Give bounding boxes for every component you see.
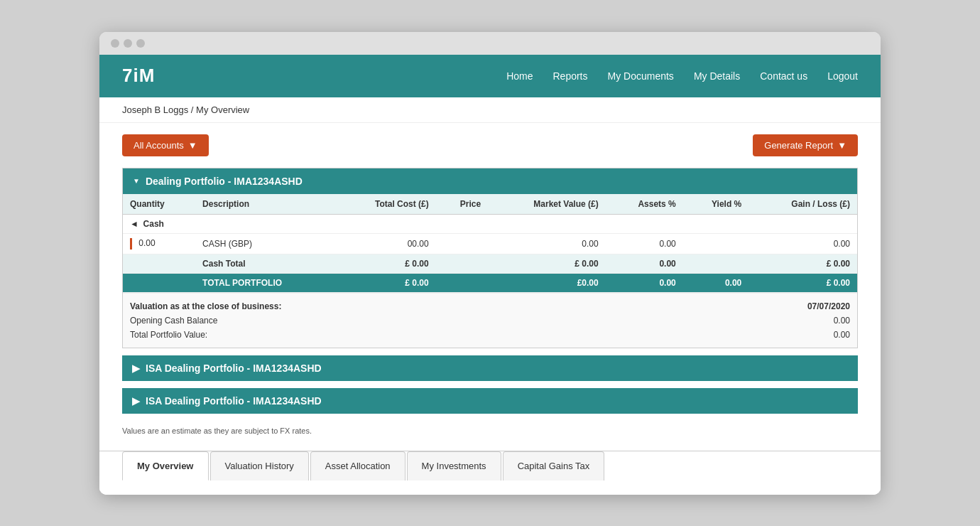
total-portfolio-value-row: Total Portfolio Value: 0.00	[130, 328, 850, 342]
tab-capital-gains-tax[interactable]: Capital Gains Tax	[503, 451, 605, 481]
cash-total-assets: 0.00	[606, 254, 683, 273]
portfolio-3-arrow: ▶	[132, 395, 140, 407]
total-portfolio-value: 0.00	[834, 330, 850, 340]
tab-my-investments[interactable]: My Investments	[407, 451, 501, 481]
opening-cash-label: Opening Cash Balance	[130, 316, 217, 326]
valuation-date-row: Valuation as at the close of business: 0…	[130, 299, 850, 313]
cash-group-row: ◄ Cash	[123, 214, 857, 233]
all-accounts-button[interactable]: All Accounts ▼	[122, 134, 209, 156]
toolbar: All Accounts ▼ Generate Report ▼	[122, 134, 858, 156]
nav-logout[interactable]: Logout	[827, 70, 858, 82]
fx-note: Values are an estimate as they are subje…	[122, 421, 858, 444]
col-total-cost: Total Cost (£)	[334, 194, 435, 215]
cash-assets: 0.00	[606, 233, 683, 254]
col-yield: Yield %	[683, 194, 749, 215]
main-content: All Accounts ▼ Generate Report ▼ ▼ Deali…	[99, 123, 881, 444]
cash-total-market-value: £ 0.00	[488, 254, 606, 273]
cash-total-cost: £ 0.00	[334, 254, 435, 273]
nav-reports[interactable]: Reports	[552, 70, 587, 82]
cash-description: CASH (GBP)	[195, 233, 334, 254]
cash-indicator	[130, 238, 132, 249]
breadcrumb-separator: /	[191, 104, 196, 115]
generate-report-button[interactable]: Generate Report ▼	[753, 134, 858, 156]
all-accounts-label: All Accounts	[134, 140, 184, 151]
total-portfolio-label: TOTAL PORTFOLIO	[195, 273, 334, 292]
tab-asset-allocation[interactable]: Asset Allocation	[310, 451, 405, 481]
portfolio-2-title: ISA Dealing Portfolio - IMA1234ASHD	[146, 363, 322, 374]
nav-my-documents[interactable]: My Documents	[608, 70, 674, 82]
valuation-info: Valuation as at the close of business: 0…	[123, 293, 857, 348]
col-description: Description	[195, 194, 334, 215]
logo: 7iM	[122, 65, 155, 87]
breadcrumb-user[interactable]: Joseph B Loggs	[122, 104, 188, 115]
total-portfolio-yield: 0.00	[683, 273, 749, 292]
col-assets: Assets %	[606, 194, 683, 215]
breadcrumb: Joseph B Loggs / My Overview	[99, 97, 881, 123]
breadcrumb-page: My Overview	[196, 104, 249, 115]
total-portfolio-gain-loss: £ 0.00	[748, 273, 857, 292]
bottom-tabs: My Overview Valuation History Asset Allo…	[99, 451, 881, 481]
tab-valuation-history[interactable]: Valuation History	[210, 451, 309, 481]
opening-cash-row: Opening Cash Balance 0.00	[130, 313, 850, 328]
portfolio-1-table: Quantity Description Total Cost (£) Pric…	[123, 194, 857, 293]
nav-my-details[interactable]: My Details	[694, 70, 740, 82]
cash-data-row: 0.00 CASH (GBP) 00.00 0.00 0.00 0.00	[123, 233, 857, 254]
generate-report-arrow: ▼	[837, 140, 846, 151]
portfolio-1-header[interactable]: ▼ Dealing Portfolio - IMA1234ASHD	[123, 168, 857, 194]
portfolio-2-header[interactable]: ▶ ISA Dealing Portfolio - IMA1234ASHD	[122, 355, 858, 381]
browser-dot-2	[124, 39, 132, 48]
total-portfolio-value-label: Total Portfolio Value:	[130, 330, 207, 340]
total-portfolio-market-value: £0.00	[488, 273, 606, 292]
valuation-label: Valuation as at the close of business:	[130, 301, 281, 311]
cash-total-cost: 00.00	[334, 233, 435, 254]
nav-links: Home Reports My Documents My Details Con…	[506, 70, 858, 82]
cash-total-row: Cash Total £ 0.00 £ 0.00 0.00 £ 0.00	[123, 254, 857, 273]
total-portfolio-assets: 0.00	[606, 273, 683, 292]
tab-my-overview[interactable]: My Overview	[122, 451, 209, 481]
cash-total-label: Cash Total	[195, 254, 334, 273]
cash-price	[436, 233, 488, 254]
valuation-date: 07/07/2020	[807, 301, 850, 311]
cash-market-value: 0.00	[488, 233, 606, 254]
nav-home[interactable]: Home	[506, 70, 533, 82]
total-portfolio-cost: £ 0.00	[334, 273, 435, 292]
cash-yield	[683, 233, 749, 254]
cash-quantity: 0.00	[123, 233, 195, 254]
portfolio-3-title: ISA Dealing Portfolio - IMA1234ASHD	[146, 395, 322, 407]
col-market-value: Market Value (£)	[488, 194, 606, 215]
tabs-spacer	[99, 481, 881, 495]
col-price: Price	[436, 194, 488, 215]
portfolio-1-arrow: ▼	[133, 177, 140, 185]
generate-report-label: Generate Report	[764, 140, 833, 151]
top-nav: 7iM Home Reports My Documents My Details…	[99, 55, 881, 97]
portfolio-3-header[interactable]: ▶ ISA Dealing Portfolio - IMA1234ASHD	[122, 388, 858, 414]
cash-arrow: ◄	[130, 219, 138, 229]
portfolio-2-arrow: ▶	[132, 363, 140, 374]
portfolio-1-title: Dealing Portfolio - IMA1234ASHD	[146, 176, 303, 187]
browser-dot-1	[111, 39, 119, 48]
portfolio-1-section: ▼ Dealing Portfolio - IMA1234ASHD Quanti…	[122, 168, 858, 348]
browser-dot-3	[136, 39, 145, 48]
all-accounts-arrow: ▼	[188, 140, 197, 151]
browser-chrome	[99, 32, 881, 55]
nav-contact-us[interactable]: Contact us	[760, 70, 807, 82]
opening-cash-value: 0.00	[834, 316, 850, 326]
cash-gain-loss: 0.00	[748, 233, 857, 254]
col-gain-loss: Gain / Loss (£)	[748, 194, 857, 215]
col-quantity: Quantity	[123, 194, 195, 215]
total-portfolio-row: TOTAL PORTFOLIO £ 0.00 £0.00 0.00 0.00 £…	[123, 273, 857, 292]
cash-total-gain-loss: £ 0.00	[748, 254, 857, 273]
cash-group-label: ◄ Cash	[123, 214, 334, 233]
